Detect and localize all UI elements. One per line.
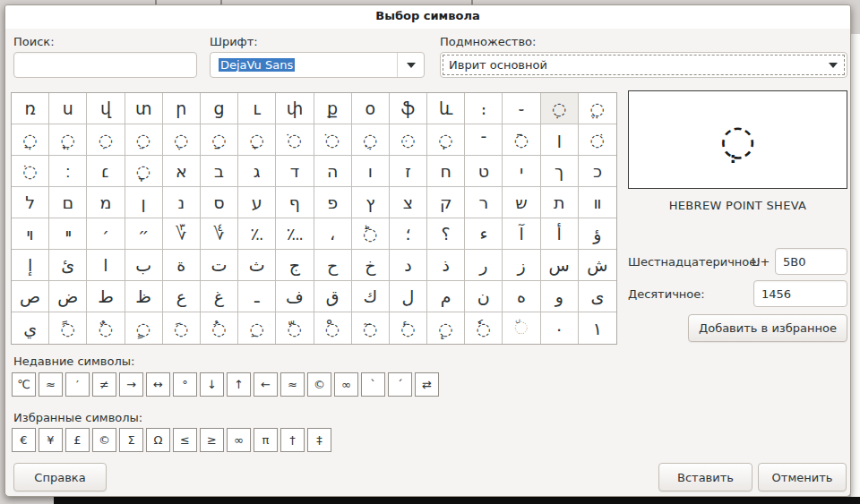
charmap-cell[interactable]: ◌ُ [201, 312, 238, 344]
charmap-cell[interactable]: ح [314, 250, 352, 281]
charmap-cell[interactable]: ץ [352, 187, 390, 218]
charmap-cell[interactable]: ז [390, 156, 427, 187]
charmap-cell[interactable]: ׆ [87, 156, 125, 187]
charmap-cell[interactable]: ս [49, 93, 87, 124]
charmap-cell[interactable]: ى [579, 281, 616, 312]
charmap-cell[interactable]: վ [87, 93, 125, 124]
charmap-cell[interactable]: ך [541, 156, 579, 187]
charmap-cell[interactable]: ؉ [238, 218, 276, 250]
charmap-cell[interactable]: ا [87, 250, 125, 281]
charmap-cell[interactable]: ؛ [390, 218, 427, 250]
charmap-cell[interactable]: ـ [238, 281, 276, 312]
charmap-cell[interactable]: ׃ [49, 156, 87, 187]
charmap-cell[interactable]: ײ [49, 218, 87, 250]
charmap-cell[interactable]: و [541, 281, 579, 312]
charmap-cell[interactable]: ب [125, 250, 163, 281]
charmap-cell[interactable]: ם [49, 187, 87, 218]
charmap-cell[interactable]: ռ [12, 93, 49, 124]
charmap-cell[interactable]: ◌٘ [503, 312, 540, 344]
charmap-cell[interactable]: ◌ֱ [579, 93, 616, 124]
charmap-cell[interactable]: آ [503, 218, 540, 250]
charmap-cell[interactable]: ◌ֳ [49, 124, 87, 156]
charmap-cell[interactable]: ◌ֵ [125, 124, 163, 156]
charmap-cell[interactable]: ք [314, 93, 352, 124]
charmap-cell[interactable]: ◌ֺ [314, 124, 352, 156]
charmap-cell[interactable]: ق [314, 281, 352, 312]
subset-combobox[interactable]: Иврит основной [440, 52, 847, 78]
charmap-cell[interactable]: ց [201, 93, 238, 124]
favorite-character-cell[interactable]: Ω [146, 428, 170, 452]
charmap-cell[interactable]: ؤ [579, 218, 616, 250]
recent-character-cell[interactable]: ∞ [334, 372, 358, 397]
recent-character-cell[interactable]: ← [254, 372, 278, 397]
charmap-cell[interactable]: פ [314, 187, 352, 218]
charmap-cell[interactable]: ◌ִ [87, 124, 125, 156]
favorite-character-cell[interactable]: € [12, 428, 36, 452]
charmap-cell[interactable]: ◌ׇ [125, 156, 163, 187]
charmap-cell[interactable]: ח [427, 156, 465, 187]
charmap-cell[interactable]: ◌ْ [314, 312, 352, 344]
recent-character-cell[interactable]: ≈ [280, 372, 305, 397]
favorite-character-cell[interactable]: π [254, 428, 278, 452]
charmap-cell[interactable]: ٠ [541, 312, 579, 344]
charmap-cell[interactable]: փ [276, 93, 314, 124]
charmap-cell[interactable]: ◌ֹ [276, 124, 314, 156]
charmap-cell[interactable]: ◌ֻ [352, 124, 390, 156]
charmap-cell[interactable]: מ [87, 187, 125, 218]
favorite-character-cell[interactable]: ≤ [173, 428, 197, 452]
charmap-cell[interactable]: ل [390, 281, 427, 312]
charmap-cell[interactable]: ة [163, 250, 201, 281]
charmap-cell[interactable]: ؟ [427, 218, 465, 250]
recent-character-cell[interactable]: ′ [65, 372, 90, 397]
charmap-cell[interactable]: ◌ً [49, 312, 87, 344]
charmap-cell[interactable]: և [427, 93, 465, 124]
charmap-cell[interactable]: ظ [125, 281, 163, 312]
charmap-cell[interactable]: ױ [12, 218, 49, 250]
charmap-cell[interactable]: ◌ּ [390, 124, 427, 156]
charmap-cell[interactable]: ن [465, 281, 503, 312]
charmap-cell[interactable]: ؆ [163, 218, 201, 250]
charmap-cell[interactable]: ։ [465, 93, 503, 124]
charmap-cell[interactable]: ط [87, 281, 125, 312]
charmap-cell[interactable]: ט [465, 156, 503, 187]
charmap-cell[interactable]: տ [125, 93, 163, 124]
charmap-cell[interactable]: י [503, 156, 540, 187]
charmap-cell[interactable]: ◌ِ [238, 312, 276, 344]
charmap-cell[interactable]: װ [579, 187, 616, 218]
cancel-button[interactable]: Отменить [758, 463, 847, 491]
charmap-cell[interactable]: خ [352, 250, 390, 281]
charmap-cell[interactable]: ו [352, 156, 390, 187]
favorite-character-cell[interactable]: ¥ [39, 428, 63, 452]
charmap-cell[interactable]: ן [125, 187, 163, 218]
charmap-cell[interactable]: ◌ٓ [352, 312, 390, 344]
decimal-code-input[interactable] [753, 280, 847, 307]
font-combobox[interactable]: DejaVu Sans [210, 52, 425, 78]
charmap-cell[interactable]: ր [163, 93, 201, 124]
recent-character-cell[interactable]: ` [361, 372, 385, 397]
charmap-cell[interactable]: ◌ٕ [427, 312, 465, 344]
charmap-cell[interactable]: כ [579, 156, 616, 187]
charmap-cell[interactable]: נ [163, 187, 201, 218]
charmap-cell[interactable]: ، [314, 218, 352, 250]
charmap-cell[interactable]: ◌ָ [238, 124, 276, 156]
charmap-cell[interactable]: ף [276, 187, 314, 218]
recent-character-cell[interactable]: ≈ [39, 372, 63, 397]
recent-character-cell[interactable]: ° [173, 372, 197, 397]
favorite-character-cell[interactable]: ∞ [227, 428, 251, 452]
charmap-cell[interactable]: ◌ֿ [503, 124, 540, 156]
charmap-cell[interactable]: ع [163, 281, 201, 312]
charmap-cell[interactable]: ت [201, 250, 238, 281]
hex-code-input[interactable] [775, 248, 847, 275]
recent-character-cell[interactable]: ⇄ [415, 372, 439, 397]
charmap-cell[interactable]: ؇ [201, 218, 238, 250]
charmap-cell[interactable]: ث [238, 250, 276, 281]
recent-character-cell[interactable]: ℃ [12, 372, 36, 397]
favorite-character-cell[interactable]: ≥ [200, 428, 224, 452]
search-input[interactable] [13, 52, 197, 78]
charmap-cell[interactable]: ׀ [541, 124, 579, 156]
recent-character-cell[interactable]: ≠ [92, 372, 116, 397]
charmap-cell[interactable]: م [427, 281, 465, 312]
recent-character-cell[interactable]: ↓ [200, 372, 224, 397]
favorite-character-cell[interactable]: © [92, 428, 116, 452]
charmap-cell[interactable]: օ [352, 93, 390, 124]
